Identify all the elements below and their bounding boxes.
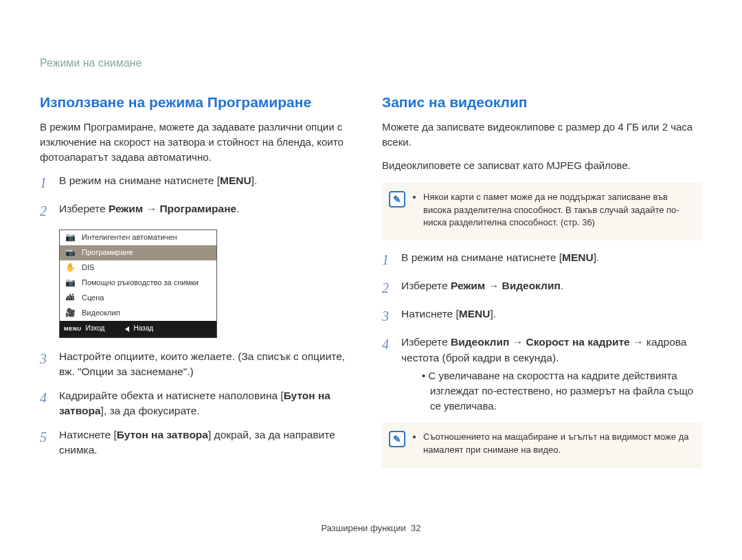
step-number: 3 <box>382 306 393 326</box>
right-title: Запис на видеоклип <box>382 92 702 113</box>
left-step-2: 2 Изберете Режим → Програмиране. <box>40 201 360 221</box>
hand-icon: ✋ <box>64 262 76 273</box>
note-box-2: ✎ Съотношението на мащабиране и ъгълът н… <box>382 423 702 468</box>
left-intro: В режим Програмиране, можете да задавате… <box>40 120 360 164</box>
step-number: 4 <box>40 388 51 419</box>
camera-icon: 📷 <box>64 277 76 289</box>
step-number: 2 <box>40 201 51 221</box>
left-step-3: 3 Настройте опциите, които желаете. (За … <box>40 349 360 380</box>
camera-mode-menu: 📷 Интелигентен автоматичен 📷 Програмиран… <box>59 229 217 338</box>
left-title: Използване на режима Програмиране <box>40 92 360 113</box>
scene-icon: 🏙 <box>64 292 76 304</box>
breadcrumb: Режими на снимане <box>40 55 142 71</box>
note-box-1: ✎ Някои карти с памет може да не поддърж… <box>382 183 702 241</box>
right-column: Запис на видеоклип Можете да записвате в… <box>382 92 702 478</box>
right-intro-b: Видеоклиповете се записват като MJPEG фа… <box>382 158 702 173</box>
camera-menu-footer: MENU Изход Назад <box>60 321 216 337</box>
right-step-2: 2 Изберете Режим → Видеоклип. <box>382 278 702 298</box>
left-step-5: 5 Натиснете [Бутон на затвора] докрай, з… <box>40 427 360 458</box>
left-step-1: 1 В режим на снимане натиснете [MENU]. <box>40 173 360 193</box>
chevron-left-icon <box>125 326 129 332</box>
mode-item-guide: 📷 Помощно ръководство за снимки <box>60 276 216 291</box>
left-column: Използване на режима Програмиране В режи… <box>40 92 360 478</box>
camera-icon: 📷 <box>64 247 76 258</box>
mode-item-scene: 🏙 Сцена <box>60 291 216 306</box>
step-number: 1 <box>382 250 393 270</box>
step-number: 2 <box>382 278 393 298</box>
right-step-1: 1 В режим на снимане натиснете [MENU]. <box>382 250 702 270</box>
mode-item-video: 🎥 Видеоклип <box>60 306 216 321</box>
right-step-4-bullet: С увеличаване на скоростта на кадрите де… <box>422 368 702 413</box>
mode-item-dis: ✋ DIS <box>60 260 216 276</box>
step-number: 1 <box>40 173 51 193</box>
video-icon: 🎥 <box>64 307 76 319</box>
step-number: 3 <box>40 349 51 380</box>
step-number: 4 <box>382 335 393 413</box>
left-step-4: 4 Кадрирайте обекта и натиснете наполови… <box>40 388 360 419</box>
step-number: 5 <box>40 427 51 458</box>
page-footer: Разширени функции 32 <box>0 522 742 535</box>
note-icon: ✎ <box>389 191 405 208</box>
right-step-4: 4 Изберете Видеоклип → Скорост на кадрит… <box>382 335 702 413</box>
right-step-3: 3 Натиснете [MENU]. <box>382 306 702 326</box>
mode-item-program: 📷 Програмиране <box>60 245 216 260</box>
note-icon: ✎ <box>389 431 405 447</box>
camera-icon: 📷 <box>64 232 76 243</box>
mode-item-auto: 📷 Интелигентен автоматичен <box>60 230 216 245</box>
right-intro-a: Можете да записвате видеоклипове с разме… <box>382 120 702 150</box>
